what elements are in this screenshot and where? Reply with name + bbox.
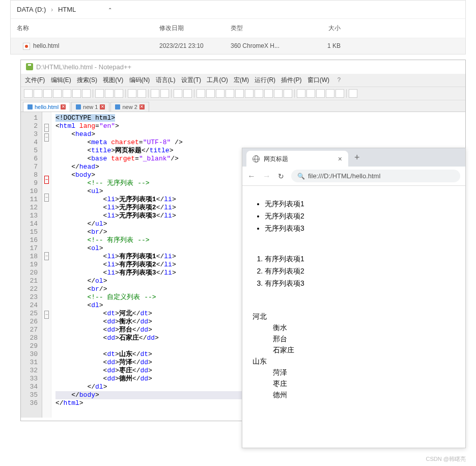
breadcrumb-child[interactable]: HTML [58, 6, 76, 13]
address-bar[interactable]: 🔍 file:///D:/HTML/hello.html [291, 170, 460, 182]
definition-desc: 石家庄 [273, 346, 455, 355]
undo-icon[interactable] [128, 89, 136, 98]
breadcrumb-separator: › [51, 6, 53, 13]
file-explorer: DATA (D:) › HTML ⌃ 名称 修改日期 类型 大小 hello.h… [10, 0, 466, 54]
copy-icon[interactable] [105, 89, 114, 98]
toolbar-separator [93, 89, 93, 98]
close-all-icon[interactable] [72, 89, 81, 98]
tab-save-icon [27, 104, 33, 109]
open-file-icon[interactable] [34, 89, 42, 98]
close-icon[interactable] [63, 89, 71, 98]
browser-window: 网页标题 × + ← → ↻ 🔍 file:///D:/HTML/hello.h… [242, 148, 466, 448]
show-symbols-icon[interactable] [216, 89, 225, 98]
user-lang-icon[interactable] [235, 89, 244, 98]
forward-button[interactable]: → [263, 172, 271, 181]
save-macro-icon[interactable] [335, 89, 344, 98]
doc-list-icon[interactable] [274, 89, 283, 98]
menu-bar: 文件(F) 编辑(E) 搜索(S) 视图(V) 编码(N) 语言(L) 设置(T… [21, 74, 465, 87]
record-macro-icon[interactable] [297, 89, 305, 98]
menu-edit[interactable]: 编辑(E) [51, 76, 71, 84]
monitoring-icon[interactable] [284, 89, 292, 98]
find-icon[interactable] [151, 89, 159, 98]
file-type: 360 ChromeX H... [225, 40, 306, 52]
tab-close-icon[interactable]: ✕ [61, 104, 66, 109]
menu-plugins[interactable]: 插件(P) [281, 76, 301, 84]
back-button[interactable]: ← [247, 172, 256, 181]
tab-save-icon [115, 104, 120, 109]
fold-column: −− − − − − [42, 112, 51, 418]
browser-tab[interactable]: 网页标题 × [246, 151, 348, 168]
tab-close-icon[interactable]: × [338, 155, 342, 163]
header-type[interactable]: 类型 [225, 22, 306, 35]
sync-scroll-icon[interactable] [197, 89, 205, 98]
zoom-out-icon[interactable] [183, 89, 192, 98]
stop-macro-icon[interactable] [306, 89, 315, 98]
cut-icon[interactable] [95, 89, 104, 98]
definition-desc: 邢台 [273, 335, 455, 344]
menu-macro[interactable]: 宏(M) [234, 76, 249, 84]
watermark: CSDN @韩曙亮 [426, 455, 466, 463]
spell-check-icon[interactable] [349, 89, 357, 98]
run-macro-multi-icon[interactable] [326, 89, 334, 98]
save-icon[interactable] [43, 89, 52, 98]
list-item: 有序列表项1 [265, 253, 455, 265]
line-number-gutter: 1234567891011121314151617181920212223242… [21, 112, 42, 418]
window-title: D:\HTML\hello.html - Notepad++ [36, 63, 131, 71]
redo-icon[interactable] [137, 89, 146, 98]
paste-icon[interactable] [115, 89, 123, 98]
word-wrap-icon[interactable] [206, 89, 215, 98]
definition-term: 山东 [253, 357, 455, 366]
toolbar-separator [194, 89, 194, 98]
menu-tools[interactable]: 工具(O) [207, 76, 228, 84]
menu-encoding[interactable]: 编码(N) [129, 76, 150, 84]
sort-arrow-icon: ⌃ [108, 7, 112, 13]
editor-tab-new2[interactable]: new 2 ✕ [110, 102, 149, 112]
definition-desc: 菏泽 [273, 368, 455, 377]
menu-help[interactable]: ? [337, 76, 341, 84]
menu-window[interactable]: 窗口(W) [307, 76, 329, 84]
breadcrumb[interactable]: DATA (D:) › HTML ⌃ [11, 1, 465, 18]
toolbar [21, 87, 465, 100]
menu-run[interactable]: 运行(R) [255, 76, 275, 84]
tab-close-icon[interactable]: ✕ [139, 104, 145, 109]
browser-viewport: 无序列表项1无序列表项2无序列表项3 有序列表项1有序列表项2有序列表项3 河北… [242, 186, 465, 416]
save-all-icon[interactable] [53, 89, 62, 98]
tab-label: hello.html [35, 104, 59, 110]
header-name[interactable]: 名称 [11, 22, 153, 35]
globe-icon [253, 155, 260, 162]
unordered-list: 无序列表项1无序列表项2无序列表项3 [265, 198, 455, 235]
toolbar-separator [346, 89, 347, 98]
search-icon: 🔍 [297, 173, 305, 180]
menu-language[interactable]: 语言(L) [156, 76, 176, 84]
function-list-icon[interactable] [255, 89, 263, 98]
tab-save-icon [76, 104, 81, 109]
zoom-in-icon[interactable] [174, 89, 182, 98]
indent-guide-icon[interactable] [226, 89, 234, 98]
print-icon[interactable] [82, 89, 91, 98]
file-row[interactable]: hello.html 2023/2/21 23:10 360 ChromeX H… [11, 38, 465, 54]
header-size[interactable]: 大小 [306, 22, 347, 35]
menu-file[interactable]: 文件(F) [25, 76, 45, 84]
header-date[interactable]: 修改日期 [153, 22, 225, 35]
menu-view[interactable]: 视图(V) [103, 76, 123, 84]
editor-tab-hello[interactable]: hello.html ✕ [23, 102, 70, 112]
new-file-icon[interactable] [24, 89, 33, 98]
window-titlebar[interactable]: D:\HTML\hello.html - Notepad++ [21, 60, 465, 74]
document-map-icon[interactable] [264, 89, 273, 98]
tab-close-icon[interactable]: ✕ [100, 104, 105, 109]
menu-settings[interactable]: 设置(T) [181, 76, 201, 84]
play-macro-icon[interactable] [316, 89, 325, 98]
reload-button[interactable]: ↻ [278, 172, 284, 180]
file-date: 2023/2/21 23:10 [153, 40, 225, 52]
url-text: file:///D:/HTML/hello.html [308, 172, 380, 180]
breadcrumb-root[interactable]: DATA (D:) [17, 6, 46, 13]
editor-tab-new1[interactable]: new 1 ✕ [71, 102, 109, 112]
folder-workspace-icon[interactable] [245, 89, 254, 98]
menu-search[interactable]: 搜索(S) [77, 76, 97, 84]
definition-desc: 衡水 [273, 323, 455, 333]
new-tab-button[interactable]: + [354, 152, 360, 163]
list-item: 无序列表项2 [265, 210, 455, 223]
browser-tab-title: 网页标题 [264, 155, 334, 163]
replace-icon[interactable] [160, 89, 169, 98]
editor-tabs: hello.html ✕ new 1 ✕ new 2 ✕ [21, 100, 465, 112]
